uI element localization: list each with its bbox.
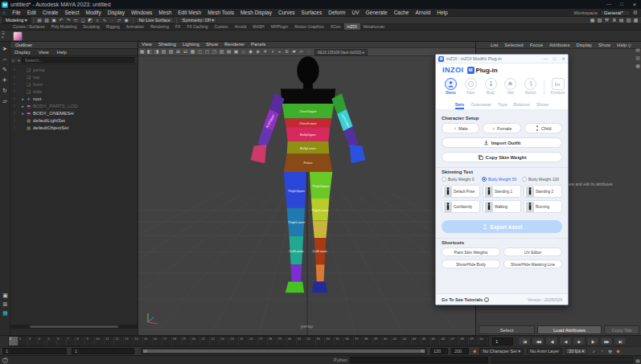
timeline-frame-18[interactable]: 18	[172, 337, 182, 346]
character-set-selector[interactable]: No Character Set ▾	[479, 348, 524, 354]
pose-walking-button[interactable]: Walking	[483, 200, 521, 213]
timeline-frame-19[interactable]: 19	[182, 337, 191, 346]
snap-to-grid-icon[interactable]: ⌗	[94, 17, 101, 23]
home-icon[interactable]: ⌂	[2, 10, 6, 15]
timeline-frame-50[interactable]: 50	[479, 337, 488, 346]
aem-show[interactable]: Show	[595, 42, 614, 48]
select-by-component-icon[interactable]: ◩	[87, 17, 94, 23]
undo-icon[interactable]: ↶	[58, 17, 65, 23]
step-back-frame-button[interactable]: ◀◀	[532, 337, 544, 346]
select-by-hierarchy-icon[interactable]: ▭	[72, 17, 80, 23]
mitem-select[interactable]: Select	[61, 10, 82, 15]
outliner-item-persp[interactable]: ‖❏persp	[10, 66, 138, 73]
child-button[interactable]: Child	[524, 123, 562, 133]
outliner-sort-icon[interactable]: ▾	[16, 58, 22, 63]
nav-tab-hair[interactable]: Hair	[500, 78, 520, 95]
olm-view[interactable]: View	[35, 49, 53, 55]
mitem-curves[interactable]: Curves	[275, 10, 298, 15]
mitem-generate[interactable]: Generate	[363, 10, 391, 15]
gate-mask-icon[interactable]: ◳	[211, 48, 218, 55]
inzoi-shelf-button[interactable]	[13, 31, 23, 41]
minimize-button[interactable]: —	[602, 2, 615, 7]
animation-start-field[interactable]: 1	[2, 348, 67, 354]
aem-selected[interactable]: Selected	[501, 42, 526, 48]
nav-tab-furniture[interactable]: Furniture	[548, 78, 568, 95]
stab-rigging[interactable]: Rigging	[103, 23, 123, 30]
camera-attributes-icon[interactable]: ◨	[153, 48, 160, 55]
timeline-frame-45[interactable]: 45	[431, 337, 441, 346]
outliner-title[interactable]: Outliner	[10, 42, 138, 49]
timeline-frame-20[interactable]: 20	[191, 337, 201, 346]
stab-rendering[interactable]: Rendering	[147, 23, 172, 30]
import-outfit-button[interactable]: Import Outfit	[442, 137, 562, 148]
auto-key-icon[interactable]: ⬥	[614, 349, 621, 354]
stab-mash[interactable]: MASH	[249, 23, 267, 30]
timeline-frame-25[interactable]: 25	[239, 337, 249, 346]
play-backward-button[interactable]: ◀	[559, 337, 572, 346]
nav-tab-motion[interactable]: Motion	[520, 78, 540, 95]
mitem-help[interactable]: Help	[433, 10, 450, 15]
pose-confidently-button[interactable]: Confidently	[442, 200, 480, 213]
mitem-edit[interactable]: Edit	[24, 10, 39, 15]
timeline-frame-27[interactable]: 27	[258, 337, 268, 346]
stab-arnold[interactable]: Arnold	[232, 23, 249, 30]
stab-poly-modeling[interactable]: Poly Modeling	[48, 23, 80, 30]
timeline-frame-4[interactable]: 4	[38, 337, 47, 346]
ae-load-attributes-button[interactable]: Load Attributes	[537, 325, 602, 334]
close-button[interactable]: ✕	[628, 2, 641, 7]
oversampling-icon[interactable]: ⊟	[182, 48, 189, 55]
uv-editor-button[interactable]: UV Editor	[503, 247, 562, 256]
film-gate-icon[interactable]: ◫	[196, 48, 203, 55]
timeline-frame-13[interactable]: 13	[124, 337, 134, 346]
fps-selector[interactable]: 30 fps ▾	[565, 348, 587, 354]
outliner-item-root[interactable]: ‖▸✛root	[10, 95, 138, 102]
timeline-frame-29[interactable]: 29	[277, 337, 287, 346]
lasso-tool-icon[interactable]: ∽	[1, 55, 10, 63]
aem-display[interactable]: Display	[573, 42, 595, 48]
pose-standing-2-button[interactable]: Standing 2	[524, 185, 562, 198]
nav-tab-face[interactable]: Face	[461, 78, 481, 95]
step-forward-frame-button[interactable]: ▶▶	[600, 337, 613, 346]
outliner-item-default-light-set[interactable]: ‖▧defaultLightSet	[10, 117, 138, 124]
outliner-horizontal-scrollbar[interactable]	[10, 325, 138, 329]
tool-settings-tab-icon[interactable]: ▦	[635, 63, 640, 71]
open-scene-icon[interactable]: ▨	[43, 17, 51, 23]
select-by-object-icon[interactable]: ◻	[80, 17, 87, 23]
redo-icon[interactable]: ↷	[65, 17, 72, 23]
display-layers-icon[interactable]: ≣	[610, 17, 618, 23]
expand-arrow-icon[interactable]: ▸	[20, 104, 26, 108]
outliner-item-body-parts-lod[interactable]: ‖▸⬒BODY_PARTS_LOD	[10, 102, 138, 109]
pose-running-button[interactable]: Running	[524, 200, 562, 213]
timeline-frame-37[interactable]: 37	[354, 337, 364, 346]
mitem-edit-mesh[interactable]: Edit Mesh	[175, 10, 204, 15]
expand-arrow-icon[interactable]: ▸	[20, 96, 26, 101]
stab-fx[interactable]: FX	[172, 23, 183, 30]
timeline-frame-15[interactable]: 15	[143, 337, 153, 346]
ae-select-button[interactable]: Select	[479, 325, 535, 334]
go-to-see-tutorials-link[interactable]: Go To See Tutorialsi	[442, 297, 489, 302]
timeline-frame-21[interactable]: 21	[200, 337, 210, 346]
subtab-tops[interactable]: Tops	[498, 100, 507, 109]
timeline-frame-24[interactable]: 24	[229, 337, 239, 346]
shelf-menu-icons[interactable]: ☰▾	[2, 31, 5, 39]
subtab-outerwear[interactable]: Outerwear	[470, 100, 491, 109]
maximize-button[interactable]: □	[615, 2, 628, 7]
male-button[interactable]: ♂Male	[442, 123, 479, 133]
radio-body-weight-0[interactable]: Body Weight 0	[442, 177, 482, 182]
resolution-gate-icon[interactable]: ◰	[203, 48, 211, 55]
radio-body-weight-50[interactable]: Body Weight 50	[482, 177, 522, 182]
outliner-item-side[interactable]: ‖❏side	[10, 88, 138, 95]
timeline-frame-48[interactable]: 48	[459, 337, 469, 346]
current-frame-field[interactable]: 1	[492, 337, 513, 346]
mitem-file[interactable]: File	[9, 10, 23, 15]
timeline-frame-5[interactable]: 5	[47, 337, 57, 346]
playback-speed-icon[interactable]: ◔	[598, 349, 605, 354]
anim-preferences-icon[interactable]: ⚒	[606, 349, 613, 354]
mitem-mesh-display[interactable]: Mesh Display	[237, 10, 275, 15]
stab-curves-surfaces[interactable]: Curves / Surfaces	[10, 23, 48, 30]
make-live-icon[interactable]: ◉	[123, 17, 130, 23]
timeline-frame-26[interactable]: 26	[249, 337, 258, 346]
timeline-frame-43[interactable]: 43	[412, 337, 421, 346]
olm-help[interactable]: Help	[53, 49, 71, 55]
step-back-key-button[interactable]: ◀|	[545, 337, 558, 346]
